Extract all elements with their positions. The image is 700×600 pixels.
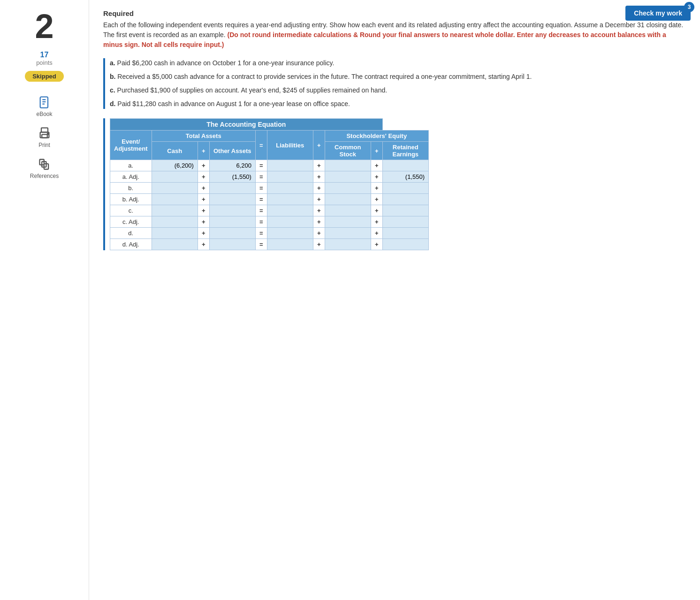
cash-input-2[interactable] xyxy=(156,185,194,192)
list-item: a. Paid $6,200 cash in advance on Octobe… xyxy=(110,58,686,68)
cash-input-6[interactable] xyxy=(156,230,194,237)
retained-earnings-cell-3[interactable] xyxy=(382,194,428,205)
cash-input-3[interactable] xyxy=(156,196,194,203)
liabilities-cell-0[interactable] xyxy=(267,160,313,171)
retained-earnings-cell-7[interactable] xyxy=(382,239,428,250)
retained-earnings-cell-4[interactable] xyxy=(382,205,428,216)
retained-earnings-input-0[interactable] xyxy=(387,162,425,169)
liabilities-cell-5[interactable] xyxy=(267,216,313,228)
liabilities-cell-1[interactable] xyxy=(267,171,313,183)
common-stock-input-0[interactable] xyxy=(329,162,367,169)
common-stock-cell-2[interactable] xyxy=(325,183,371,194)
liabilities-input-3[interactable] xyxy=(271,196,309,203)
other-assets-input-3[interactable] xyxy=(213,196,251,203)
plus2-cell-1: + xyxy=(313,171,325,183)
cash-input-1[interactable] xyxy=(156,173,194,180)
retained-earnings-cell-0[interactable] xyxy=(382,160,428,171)
retained-earnings-input-2[interactable] xyxy=(387,185,425,192)
liabilities-input-4[interactable] xyxy=(271,207,309,214)
liabilities-cell-4[interactable] xyxy=(267,205,313,216)
cash-cell-6[interactable] xyxy=(152,228,198,239)
other-assets-cell-5[interactable] xyxy=(209,216,255,228)
retained-earnings-input-6[interactable] xyxy=(387,230,425,237)
cash-input-5[interactable] xyxy=(156,218,194,225)
liabilities-input-6[interactable] xyxy=(271,230,309,237)
liabilities-input-0[interactable] xyxy=(271,162,309,169)
sidebar-item-print[interactable]: Print xyxy=(38,127,51,148)
common-stock-input-1[interactable] xyxy=(329,173,367,180)
cash-cell-3[interactable] xyxy=(152,194,198,205)
common-stock-cell-7[interactable] xyxy=(325,239,371,250)
cash-cell-0[interactable] xyxy=(152,160,198,171)
liabilities-input-2[interactable] xyxy=(271,185,309,192)
cash-input-4[interactable] xyxy=(156,207,194,214)
other-assets-input-4[interactable] xyxy=(213,207,251,214)
cash-cell-7[interactable] xyxy=(152,239,198,250)
retained-earnings-cell-6[interactable] xyxy=(382,228,428,239)
sidebar-item-references[interactable]: References xyxy=(30,158,59,179)
common-stock-input-5[interactable] xyxy=(329,218,367,225)
liabilities-cell-7[interactable] xyxy=(267,239,313,250)
common-stock-input-3[interactable] xyxy=(329,196,367,203)
col-equals-header: = xyxy=(255,131,267,160)
liabilities-input-1[interactable] xyxy=(271,173,309,180)
other-assets-input-1[interactable] xyxy=(213,173,251,180)
retained-earnings-input-4[interactable] xyxy=(387,207,425,214)
retained-earnings-cell-2[interactable] xyxy=(382,183,428,194)
common-stock-input-7[interactable] xyxy=(329,241,367,248)
retained-earnings-cell-1[interactable] xyxy=(382,171,428,183)
retained-earnings-input-1[interactable] xyxy=(387,173,425,180)
retained-earnings-input-3[interactable] xyxy=(387,196,425,203)
other-assets-input-7[interactable] xyxy=(213,241,251,248)
other-assets-cell-1[interactable] xyxy=(209,171,255,183)
other-assets-input-6[interactable] xyxy=(213,230,251,237)
common-stock-cell-4[interactable] xyxy=(325,205,371,216)
common-stock-cell-5[interactable] xyxy=(325,216,371,228)
col-plus3-header: + xyxy=(371,142,382,160)
other-assets-cell-0[interactable] xyxy=(209,160,255,171)
item-b-text: Received a $5,000 cash advance for a con… xyxy=(117,73,532,80)
col-liabilities-header: Liabilities xyxy=(267,131,313,160)
other-assets-cell-7[interactable] xyxy=(209,239,255,250)
retained-earnings-input-5[interactable] xyxy=(387,218,425,225)
common-stock-input-6[interactable] xyxy=(329,230,367,237)
table-section: The Accounting Equation Event/ Adjustmen… xyxy=(110,118,686,250)
retained-earnings-input-7[interactable] xyxy=(387,241,425,248)
other-assets-cell-2[interactable] xyxy=(209,183,255,194)
liabilities-cell-6[interactable] xyxy=(267,228,313,239)
common-stock-cell-1[interactable] xyxy=(325,171,371,183)
liabilities-input-5[interactable] xyxy=(271,218,309,225)
other-assets-cell-4[interactable] xyxy=(209,205,255,216)
cash-cell-5[interactable] xyxy=(152,216,198,228)
col-plus1-header: + xyxy=(198,142,209,160)
common-stock-input-2[interactable] xyxy=(329,185,367,192)
col-event-adj: Event/ Adjustment xyxy=(110,131,152,160)
row-label-5: c. Adj. xyxy=(110,216,152,228)
other-assets-input-0[interactable] xyxy=(213,162,251,169)
plus2-cell-0: + xyxy=(313,160,325,171)
liabilities-cell-2[interactable] xyxy=(267,183,313,194)
equals-cell-1: = xyxy=(255,171,267,183)
cash-cell-2[interactable] xyxy=(152,183,198,194)
svg-point-7 xyxy=(47,133,48,134)
cash-cell-4[interactable] xyxy=(152,205,198,216)
retained-earnings-cell-5[interactable] xyxy=(382,216,428,228)
other-assets-input-5[interactable] xyxy=(213,218,251,225)
liabilities-cell-3[interactable] xyxy=(267,194,313,205)
other-assets-cell-3[interactable] xyxy=(209,194,255,205)
common-stock-cell-3[interactable] xyxy=(325,194,371,205)
common-stock-cell-0[interactable] xyxy=(325,160,371,171)
common-stock-cell-6[interactable] xyxy=(325,228,371,239)
common-stock-input-4[interactable] xyxy=(329,207,367,214)
items-section: a. Paid $6,200 cash in advance on Octobe… xyxy=(103,58,686,109)
equals-cell-7: = xyxy=(255,239,267,250)
required-label: Required xyxy=(103,9,686,17)
cash-input-7[interactable] xyxy=(156,241,194,248)
col-retained-earnings-header: Retained Earnings xyxy=(382,142,428,160)
other-assets-input-2[interactable] xyxy=(213,185,251,192)
sidebar-item-ebook[interactable]: eBook xyxy=(36,96,52,117)
cash-input-0[interactable] xyxy=(156,162,194,169)
liabilities-input-7[interactable] xyxy=(271,241,309,248)
cash-cell-1[interactable] xyxy=(152,171,198,183)
other-assets-cell-6[interactable] xyxy=(209,228,255,239)
